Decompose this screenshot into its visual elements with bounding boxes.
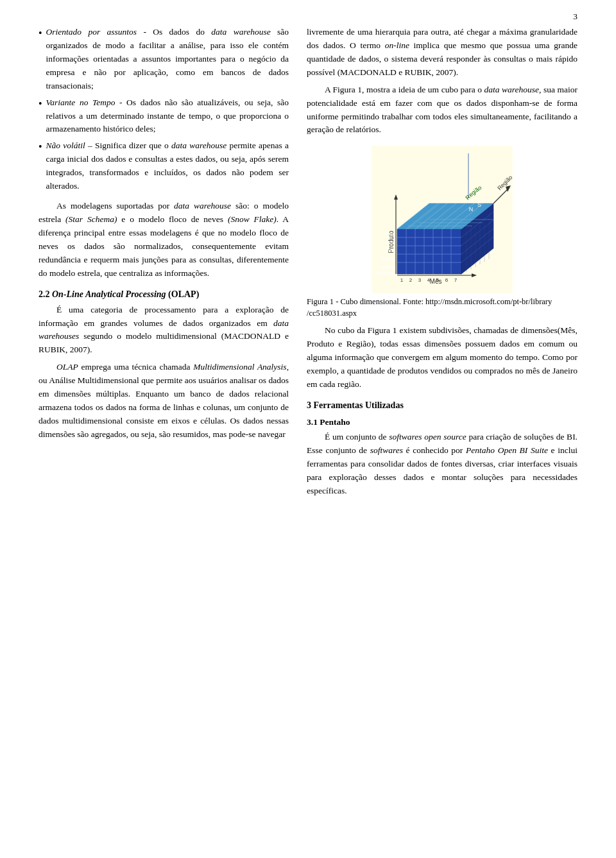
- svg-text:3: 3: [418, 277, 422, 283]
- svg-text:6: 6: [445, 277, 449, 283]
- svg-text:1: 1: [400, 277, 404, 283]
- svg-text:2: 2: [409, 277, 413, 283]
- right-column: livremente de uma hierarquia para outra,…: [307, 26, 578, 498]
- svg-text:5: 5: [436, 277, 440, 283]
- bullet-dot-2: •: [38, 97, 42, 111]
- svg-text:Creme: Creme: [381, 256, 395, 262]
- page-number: 3: [573, 12, 578, 22]
- bullet-label-3: Não volátil: [46, 141, 85, 150]
- bullet-label-2: Variante no Tempo: [46, 98, 116, 107]
- svg-text:N: N: [469, 206, 474, 212]
- bullet-naovolatil: • Não volátil – Significa dizer que o da…: [38, 139, 289, 193]
- figure-caption: Figura 1 - Cubo dimensional. Fonte: http…: [307, 296, 578, 319]
- section-3-heading: 3 Ferramentas Utilizadas: [307, 400, 578, 411]
- para-right-2: A Figura 1, mostra a ideia de um cubo pa…: [307, 83, 578, 137]
- para-pentaho: É um conjunto de softwares open source p…: [307, 431, 578, 498]
- page: 3 • Orientado por assuntos - Os dados do…: [0, 0, 616, 858]
- bullet-dot-3: •: [38, 140, 42, 154]
- bullet-label-1: Orientado por assuntos: [46, 27, 137, 37]
- para-olap-1: É uma categoria de processamento para a …: [38, 304, 289, 357]
- section-olap-heading: 2.2 On-Line Analytical Processing (OLAP): [38, 289, 289, 300]
- bullet-text-3: Não volátil – Significa dizer que o data…: [46, 139, 289, 193]
- left-column: • Orientado por assuntos - Os dados do d…: [38, 26, 289, 498]
- para-modelagens: As modelagens suportadas por data wareho…: [38, 200, 289, 280]
- para-olap-2: OLAP emprega uma técnica chamada Multidi…: [38, 361, 289, 442]
- bullet-dot-1: •: [38, 26, 42, 40]
- bullet-variante: • Variante no Tempo - Os dados não são a…: [38, 96, 289, 137]
- svg-text:Cadeira: Cadeira: [379, 264, 396, 270]
- bullet-orientado: • Orientado por assuntos - Os dados do d…: [38, 26, 289, 93]
- svg-marker-1: [397, 229, 461, 274]
- svg-text:4: 4: [427, 277, 431, 283]
- two-column-layout: • Orientado por assuntos - Os dados do d…: [38, 26, 578, 498]
- svg-text:7: 7: [454, 277, 458, 283]
- svg-text:S: S: [477, 202, 481, 208]
- bullet-text-1: Orientado por assuntos - Os dados do dat…: [46, 26, 289, 93]
- para-right-3: No cubo da Figura 1 existem subdivisões,…: [307, 324, 578, 391]
- figure-cube: Produto Mês Região N S Suco Cola Leite: [307, 146, 578, 319]
- svg-text:Sabonete: Sabonete: [375, 270, 395, 276]
- para-right-1: livremente de uma hierarquia para outra,…: [307, 26, 578, 80]
- svg-text:Cola: Cola: [386, 239, 396, 245]
- section-31-heading: 3.1 Pentaho: [307, 417, 578, 427]
- cube-diagram-svg: Produto Mês Região N S Suco Cola Leite: [372, 146, 513, 293]
- svg-text:Leite: Leite: [385, 248, 395, 253]
- svg-text:Suco: Suco: [384, 231, 395, 237]
- bullet-text-2: Variante no Tempo - Os dados não são atu…: [46, 96, 289, 137]
